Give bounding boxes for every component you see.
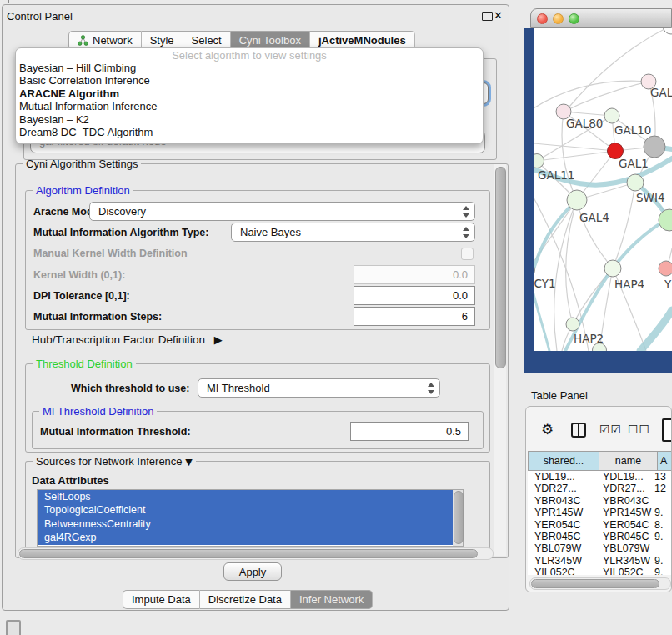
node-green[interactable]: [659, 209, 672, 231]
column-header-name[interactable]: name: [599, 451, 658, 471]
cell-name[interactable]: YPR145W: [598, 507, 654, 518]
float-panel-icon[interactable]: [482, 12, 493, 21]
cell-shared-name[interactable]: YLR345W: [528, 555, 598, 567]
cell-shared-name[interactable]: YER054C: [528, 519, 598, 531]
list-vscroll-thumb[interactable]: [454, 491, 464, 544]
settings-hscroll-thumb[interactable]: [19, 549, 478, 558]
dpi-tolerance-field[interactable]: 0.0: [354, 286, 475, 305]
tab-impute-data-label: Impute Data: [132, 593, 191, 606]
table-row[interactable]: YPR145WYPR145W9.: [528, 507, 671, 518]
close-window-icon[interactable]: [537, 13, 548, 24]
cell-shared-name[interactable]: YBR043C: [528, 495, 598, 507]
list-item[interactable]: BetweennessCentrality: [38, 518, 463, 531]
network-window-titlebar[interactable]: [530, 8, 672, 28]
node-gal11[interactable]: [534, 154, 544, 168]
tab-impute-data[interactable]: Impute Data: [123, 590, 200, 609]
node-hap4[interactable]: [604, 260, 621, 277]
clear-all-checkboxes-icon[interactable]: ☐☐: [628, 422, 650, 436]
list-item[interactable]: gal4RGexp: [38, 531, 463, 544]
cell-name[interactable]: YBR043C: [598, 495, 654, 507]
network-canvas[interactable]: GAL2 GAL80 GAL10 GAL1 GAL11 SWI4 GAL4 GC…: [534, 28, 672, 351]
node-hap2[interactable]: [566, 318, 579, 331]
table-toolbar: ⚙ ☑☑ ☐☐: [526, 407, 671, 451]
cell-shared-name[interactable]: YIL052C: [528, 567, 598, 575]
apply-button-label: Apply: [239, 566, 267, 578]
manual-kernel-label: Manual Kernel Width Definition: [33, 248, 188, 259]
close-panel-icon[interactable]: ✕: [494, 9, 503, 22]
table-row[interactable]: YDL19...YDL19...13: [528, 471, 671, 482]
gear-icon[interactable]: ⚙: [541, 421, 554, 438]
cell-value[interactable]: 9.: [654, 507, 669, 518]
settings-vscroll-thumb[interactable]: [495, 167, 506, 368]
kernel-width-field[interactable]: 0.0: [354, 265, 475, 284]
kernel-width-label: Kernel Width (0,1):: [33, 269, 125, 281]
cell-value[interactable]: 8.: [654, 519, 669, 531]
node-swi4[interactable]: [627, 174, 644, 191]
cell-name[interactable]: YDR27...: [598, 482, 654, 494]
zoom-window-icon[interactable]: [569, 13, 579, 24]
table-row[interactable]: YIL052CYIL052C9.: [528, 567, 671, 575]
unchecked-icon: ☐: [628, 422, 639, 436]
table-row[interactable]: YER054CYER054C8.: [528, 519, 671, 531]
data-attributes-list[interactable]: SelfLoops TopologicalCoefficient Between…: [37, 489, 464, 547]
which-threshold-combo[interactable]: MI Threshold: [198, 378, 440, 398]
list-item[interactable]: TopologicalCoefficient: [38, 503, 463, 517]
select-all-checkboxes-icon[interactable]: ☑☑: [599, 422, 622, 436]
cell-shared-name[interactable]: YDR27...: [528, 482, 598, 494]
columns-icon[interactable]: [571, 422, 586, 438]
column-header-shared-name[interactable]: shared...: [528, 451, 599, 471]
table-hscroll-thumb[interactable]: [531, 579, 659, 588]
cell-name[interactable]: YDL19...: [598, 471, 654, 482]
cell-value[interactable]: 9.: [654, 555, 669, 567]
manual-kernel-checkbox[interactable]: [461, 248, 474, 260]
algorithm-popup-item[interactable]: Bayesian – K2: [16, 113, 483, 126]
cell-shared-name[interactable]: YDL19...: [528, 471, 598, 482]
tab-infer-network[interactable]: Infer Network: [291, 590, 373, 609]
node-y[interactable]: [659, 261, 672, 276]
table-row[interactable]: YBL079WYBL079W: [528, 542, 671, 554]
mi-threshold-group-title: MI Threshold Definition: [39, 405, 157, 418]
node-label: Y: [664, 278, 672, 291]
apply-button[interactable]: Apply: [223, 562, 282, 581]
cell-shared-name[interactable]: YPR145W: [528, 507, 598, 518]
cell-name[interactable]: YER054C: [598, 519, 654, 531]
mi-steps-field[interactable]: 6: [354, 307, 475, 326]
cell-shared-name[interactable]: YBL079W: [528, 542, 598, 554]
cell-value[interactable]: 12: [654, 482, 669, 494]
list-item[interactable]: SelfLoops: [38, 490, 463, 503]
node-gal4[interactable]: [567, 190, 587, 210]
import-table-icon[interactable]: [662, 418, 672, 442]
minimized-panel-icon[interactable]: [6, 620, 21, 635]
cell-value[interactable]: 13: [654, 471, 669, 482]
cell-name[interactable]: YBL079W: [598, 542, 654, 554]
cell-name[interactable]: YIL052C: [598, 567, 654, 575]
cell-shared-name[interactable]: YBR045C: [528, 531, 598, 542]
algorithm-popup-item-selected[interactable]: ARACNE Algorithm: [16, 88, 483, 100]
algorithm-popup-item[interactable]: Mutual Information Inference: [16, 100, 483, 112]
stepper-icon: [462, 227, 469, 238]
algorithm-popup-item[interactable]: Bayesian – Hill Climbing: [16, 62, 483, 74]
node-gal10[interactable]: [604, 108, 619, 123]
mi-threshold-field[interactable]: 0.5: [350, 422, 469, 441]
sources-group-title[interactable]: Sources for Network Inference ▼: [33, 455, 196, 468]
tab-select-label: Select: [192, 34, 222, 47]
table-row[interactable]: YBR045CYBR045C9.: [528, 531, 671, 542]
algorithm-popup-item[interactable]: Dream8 DC_TDC Algorithm: [16, 126, 483, 138]
column-header-partial[interactable]: A: [657, 451, 672, 471]
node[interactable]: [663, 28, 672, 34]
algorithm-popup-item[interactable]: Basic Correlation Inference: [16, 74, 483, 87]
table-row[interactable]: YDR27...YDR27...12: [528, 482, 671, 494]
table-row[interactable]: YLR345WYLR345W9.: [528, 555, 671, 567]
cell-name[interactable]: YLR345W: [598, 555, 654, 567]
node-label: GAL11: [538, 168, 574, 182]
aracne-mode-combo[interactable]: Discovery: [89, 202, 475, 221]
node-gray[interactable]: [644, 136, 665, 158]
tab-discretize-data[interactable]: Discretize Data: [200, 590, 291, 609]
hub-tf-section-toggle[interactable]: Hub/Transcription Factor Definition ▶: [32, 333, 223, 346]
cell-value[interactable]: 9.: [654, 567, 669, 575]
cell-value[interactable]: 9.: [654, 531, 669, 542]
table-row[interactable]: YBR043CYBR043C: [528, 495, 671, 507]
cell-name[interactable]: YBR045C: [598, 531, 654, 542]
mi-type-combo[interactable]: Naive Bayes: [231, 222, 475, 242]
minimize-window-icon[interactable]: [553, 13, 564, 24]
